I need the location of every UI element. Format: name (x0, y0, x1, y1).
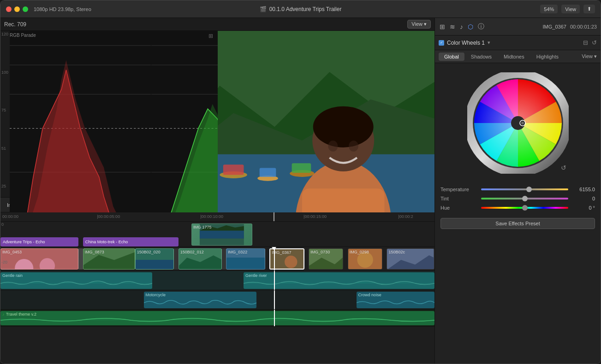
clip-img0322-label: IMG_0322 (228, 250, 247, 254)
motorcycle-label: Motorcycle (146, 293, 166, 297)
view-button[interactable]: View (561, 5, 580, 13)
clip-150b02c[interactable]: 150B02c (387, 248, 434, 270)
title-clip-1[interactable]: China Moto-trek - Echo (83, 237, 179, 247)
color-wheel-reset-btn[interactable]: ↺ (561, 164, 566, 171)
svg-rect-55 (136, 260, 174, 269)
gentle-river-waveform (244, 279, 434, 288)
temperature-value: 6155.0 (572, 187, 595, 192)
gap-3 (222, 248, 226, 270)
crowd-noise-label: Crowd noise (358, 293, 381, 297)
tint-slider[interactable] (481, 198, 568, 200)
temperature-label: Temperature (440, 187, 477, 192)
clip-img0730[interactable]: IMG_0730 (309, 248, 343, 270)
music-label: ♪ Travel theme v.2 (2, 312, 36, 317)
save-effects-preset-button[interactable]: Save Effects Preset (440, 218, 595, 229)
maximize-button[interactable] (23, 6, 28, 12)
color-reset-icon[interactable]: ↺ (592, 39, 597, 46)
color-wheel-svg[interactable] (467, 72, 569, 174)
inspector-toolbar-right: IMG_0367 00:00:01:23 (543, 24, 597, 29)
zoom-level[interactable]: 54% (540, 5, 558, 13)
window-controls[interactable] (6, 6, 28, 12)
tint-label: Tint (440, 196, 477, 201)
titlebar-icons[interactable]: 54% View ⬆ (540, 5, 595, 13)
tab-midtones[interactable]: Midtones (498, 53, 530, 61)
svg-rect-38 (260, 168, 276, 177)
scopes-view-button[interactable]: View ▾ (407, 20, 431, 29)
tab-view-btn[interactable]: View ▾ (582, 53, 597, 59)
inspector-audio-icon[interactable]: ♪ (459, 22, 464, 31)
clip-150b02c-label: 150B02c (388, 250, 405, 254)
svg-rect-59 (226, 258, 265, 269)
project-title: 00.1.0 Adventure Trips Trailer (269, 6, 342, 12)
ruler-mark-5: |00:00:05:00 (97, 214, 120, 219)
ruler-mark-0: 00:00:00 (2, 214, 18, 219)
svg-point-72 (521, 122, 524, 124)
gentle-river-label: Gentle river (245, 273, 267, 278)
hue-thumb[interactable] (522, 205, 528, 211)
color-wheels-label: Color Wheels 1 (447, 40, 485, 46)
img1775-label: IMG 1775 (193, 225, 212, 229)
music-waveform (0, 316, 434, 324)
left-panel: Rec. 709 View ▾ 120 100 75 51 25 0 -20 R… (0, 18, 434, 364)
crowd-noise-waveform (357, 298, 434, 307)
color-wheel-wrapper[interactable]: ↺ (467, 72, 569, 174)
inspector-scopes-icon[interactable]: ≋ (449, 22, 456, 31)
tint-thumb[interactable] (522, 196, 528, 201)
temperature-slider[interactable] (481, 188, 568, 190)
color-sliders: Temperature 6155.0 Tint 0 Hue 0 (435, 183, 601, 214)
audio-gentle-river[interactable]: Gentle river (244, 272, 434, 289)
tab-shadows[interactable]: Shadows (465, 53, 497, 61)
clip-img0730-label: IMG_0730 (310, 250, 330, 254)
close-button[interactable] (6, 6, 12, 12)
color-wheels-dropdown[interactable]: ▾ (488, 40, 490, 46)
svg-point-45 (349, 141, 358, 152)
inspector-color-icon[interactable]: ⬡ (467, 22, 474, 31)
svg-rect-39 (292, 163, 311, 173)
color-wheels-checkbox[interactable]: ✓ (439, 40, 444, 46)
clip-img0873[interactable]: IMG_0873 (83, 248, 135, 270)
gentle-rain-label: Gentle rain (2, 273, 23, 278)
scope-screenshot-icon[interactable]: ⊞ (208, 33, 213, 39)
gentle-rain-waveform (0, 279, 152, 288)
inspector-toolbar: ⊞ ≋ ♪ ⬡ ⓘ IMG_0367 00:00:01:23 (435, 18, 601, 35)
share-button[interactable]: ⬆ (583, 5, 595, 13)
clip-150b02012-label: 150B02_012 (180, 250, 204, 254)
svg-point-61 (285, 256, 297, 268)
svg-rect-47 (200, 230, 244, 238)
minimize-button[interactable] (14, 6, 20, 12)
inspector-filename: IMG_0367 (543, 24, 566, 29)
music-travel-theme[interactable]: ♪ Travel theme v.2 (0, 311, 434, 325)
timeline-playhead (274, 247, 275, 270)
color-wheels-bar-icons[interactable]: ⊟ ↺ (583, 39, 597, 46)
title-clip-0[interactable]: Adventure Trips - Echo (0, 237, 78, 247)
clip-img0322[interactable]: IMG_0322 (226, 248, 265, 270)
project-icon: 🎬 (260, 6, 267, 12)
color-wheel-container[interactable]: ↺ (435, 63, 601, 183)
ruler-marks: 00:00:00 |00:00:05:00 |00:00:10:00 |00:0… (2, 212, 433, 221)
tab-global[interactable]: Global (439, 53, 464, 61)
all-tracks: IMG 1775 Adventure Trips - Echo China Mo… (0, 222, 434, 360)
temperature-thumb[interactable] (526, 187, 532, 192)
audio-gentle-rain[interactable]: Gentle rain (0, 272, 152, 289)
audio-track-1: Gentle rain Gentle river (0, 271, 434, 290)
audio-motorcycle[interactable]: Motorcycle (144, 292, 257, 308)
titlebar: 1080p HD 23.98p, Stereo 🎬 00.1.0 Adventu… (0, 0, 601, 18)
color-balance-icon[interactable]: ⊟ (583, 39, 588, 46)
inspector-info-icon[interactable]: ⓘ (477, 22, 485, 32)
hue-slider[interactable] (481, 207, 568, 209)
clip-150b02020[interactable]: 150B02_020 (135, 248, 174, 270)
clip-img0453[interactable]: IMG_0453 (0, 248, 78, 270)
clip-150b02012[interactable]: 150B02_012 (179, 248, 222, 270)
inspector-layout-icon[interactable]: ⊞ (439, 22, 446, 31)
audio-track-2: Motorcycle Crowd noise (0, 290, 434, 310)
ruler-playhead (274, 212, 274, 221)
connected-clip-img1775[interactable]: IMG 1775 (191, 223, 252, 246)
clip-img0298[interactable]: IMG_0298 (348, 248, 382, 270)
playhead-head (272, 247, 276, 250)
audio-crowd-noise[interactable]: Crowd noise (357, 292, 434, 308)
titlebar-left: 1080p HD 23.98p, Stereo (34, 6, 91, 12)
temperature-row: Temperature 6155.0 (440, 187, 595, 192)
tab-highlights[interactable]: Highlights (531, 53, 564, 61)
clip-img0873-label: IMG_0873 (85, 250, 104, 254)
playhead-audio2 (274, 290, 275, 309)
